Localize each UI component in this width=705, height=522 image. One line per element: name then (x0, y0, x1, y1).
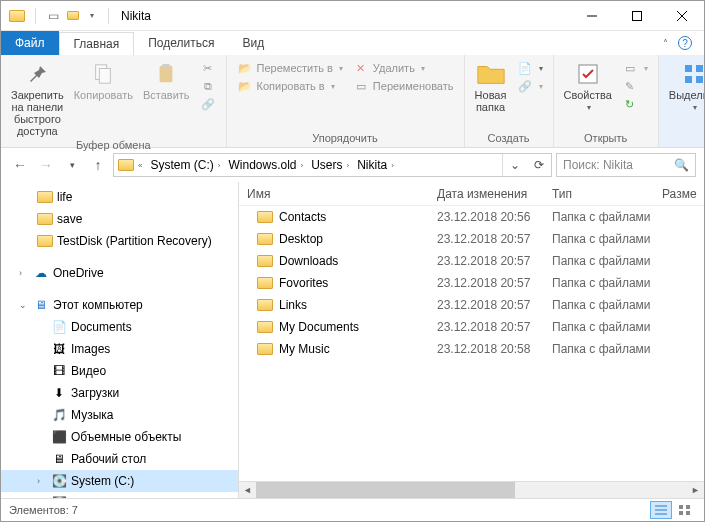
list-item[interactable]: Links23.12.2018 20:57Папка с файлами (239, 294, 704, 316)
tree-item[interactable]: save (1, 208, 238, 230)
select-button[interactable]: Выделить▾ (665, 59, 705, 114)
new-folder-icon[interactable] (66, 9, 80, 23)
list-item[interactable]: Downloads23.12.2018 20:57Папка с файлами (239, 250, 704, 272)
breadcrumb-segment[interactable]: Nikita› (353, 158, 398, 172)
ribbon-group-open: Свойства▾ ▭▾ ✎ ↻ Открыть (554, 55, 659, 147)
back-button[interactable]: ← (9, 154, 31, 176)
history-button[interactable]: ↻ (618, 95, 652, 113)
navigation-tree[interactable]: life save TestDisk (Partition Recovery) … (1, 182, 239, 498)
column-type[interactable]: Тип (544, 187, 654, 201)
tree-item[interactable]: 🎵Музыка (1, 404, 238, 426)
svg-rect-7 (163, 64, 170, 68)
3d-icon: ⬛ (51, 429, 67, 445)
tab-view[interactable]: Вид (228, 31, 278, 55)
edit-button[interactable]: ✎ (618, 77, 652, 95)
tree-item[interactable]: life (1, 186, 238, 208)
tab-home[interactable]: Главная (59, 32, 135, 56)
svg-rect-18 (679, 511, 683, 515)
scroll-right-icon[interactable]: ► (687, 485, 704, 495)
address-dropdown-icon[interactable]: ⌄ (503, 154, 527, 176)
properties-button[interactable]: Свойства▾ (560, 59, 616, 114)
icons-view-button[interactable] (674, 501, 696, 519)
file-date: 23.12.2018 20:58 (429, 342, 544, 356)
column-size[interactable]: Разме (654, 187, 704, 201)
list-item[interactable]: Desktop23.12.2018 20:57Папка с файлами (239, 228, 704, 250)
file-list-body[interactable]: Contacts23.12.2018 20:56Папка с файламиD… (239, 206, 704, 481)
cut-button[interactable]: ✂ (196, 59, 220, 77)
new-item-button[interactable]: 📄▾ (513, 59, 547, 77)
tree-item[interactable]: ⬛Объемные объекты (1, 426, 238, 448)
breadcrumb-segment[interactable]: System (C:)› (146, 158, 224, 172)
copy-to-icon: 📂 (237, 78, 253, 94)
column-name[interactable]: Имя (239, 187, 429, 201)
up-button[interactable]: ↑ (87, 154, 109, 176)
expand-icon[interactable]: › (37, 476, 47, 486)
copy-button[interactable]: Копировать (70, 59, 137, 103)
tree-item-thispc[interactable]: ⌄🖥Этот компьютер (1, 294, 238, 316)
collapse-ribbon-icon[interactable]: ˄ (663, 38, 668, 49)
column-date[interactable]: Дата изменения (429, 187, 544, 201)
tree-item-onedrive[interactable]: ›☁OneDrive (1, 262, 238, 284)
file-type: Папка с файлами (544, 342, 654, 356)
tree-item[interactable]: 🎞Видео (1, 360, 238, 382)
qat-dropdown-icon[interactable]: ▾ (86, 11, 98, 20)
rename-icon: ▭ (353, 78, 369, 94)
paste-button[interactable]: Вставить (139, 59, 194, 103)
expand-icon[interactable]: › (19, 268, 29, 278)
rename-button[interactable]: ▭Переименовать (349, 77, 458, 95)
delete-button[interactable]: ✕Удалить▾ (349, 59, 458, 77)
svg-rect-10 (696, 65, 703, 72)
pin-button[interactable]: Закрепить на панели быстрого доступа (7, 59, 68, 139)
open-icon: ▭ (622, 60, 638, 76)
close-button[interactable] (659, 1, 704, 30)
folder-icon (257, 277, 273, 289)
tree-item[interactable]: ⬇Загрузки (1, 382, 238, 404)
properties-icon[interactable]: ▭ (46, 9, 60, 23)
folder-icon (257, 211, 273, 223)
help-icon[interactable]: ? (678, 36, 692, 50)
open-button[interactable]: ▭▾ (618, 59, 652, 77)
collapse-icon[interactable]: ⌄ (19, 300, 29, 310)
minimize-button[interactable] (569, 1, 614, 30)
svg-rect-16 (679, 505, 683, 509)
easy-access-icon: 🔗 (517, 78, 533, 94)
address-bar[interactable]: « System (C:)› Windows.old› Users› Nikit… (113, 153, 552, 177)
file-type: Папка с файлами (544, 276, 654, 290)
horizontal-scrollbar[interactable]: ◄ ► (239, 481, 704, 498)
details-view-button[interactable] (650, 501, 672, 519)
copy-to-button[interactable]: 📂Копировать в▾ (233, 77, 347, 95)
refresh-icon[interactable]: ⟳ (527, 154, 551, 176)
breadcrumb-root[interactable]: « (114, 159, 146, 171)
tree-item[interactable]: ›💽System (C:) (1, 470, 238, 492)
recent-dropdown[interactable]: ▾ (61, 154, 83, 176)
scroll-thumb[interactable] (256, 482, 515, 499)
breadcrumb-segment[interactable]: Windows.old› (224, 158, 307, 172)
list-item[interactable]: Contacts23.12.2018 20:56Папка с файлами (239, 206, 704, 228)
move-to-button[interactable]: 📂Переместить в▾ (233, 59, 347, 77)
breadcrumb-segment[interactable]: Users› (307, 158, 353, 172)
svg-rect-17 (686, 505, 690, 509)
list-item[interactable]: My Music23.12.2018 20:58Папка с файлами (239, 338, 704, 360)
file-date: 23.12.2018 20:57 (429, 232, 544, 246)
tab-share[interactable]: Поделиться (134, 31, 228, 55)
tree-item[interactable]: TestDisk (Partition Recovery) (1, 230, 238, 252)
list-item[interactable]: Fovorites23.12.2018 20:57Папка с файлами (239, 272, 704, 294)
window-buttons (569, 1, 704, 30)
tree-item[interactable]: 🖼Images (1, 338, 238, 360)
paste-shortcut-button[interactable]: 🔗 (196, 95, 220, 113)
search-input[interactable]: Поиск: Nikita 🔍 (556, 153, 696, 177)
folder-icon (257, 255, 273, 267)
copy-path-button[interactable]: ⧉ (196, 77, 220, 95)
file-date: 23.12.2018 20:57 (429, 320, 544, 334)
tree-item[interactable]: 🖥Рабочий стол (1, 448, 238, 470)
maximize-button[interactable] (614, 1, 659, 30)
tree-item[interactable]: 📄Documents (1, 316, 238, 338)
forward-button[interactable]: → (35, 154, 57, 176)
scroll-left-icon[interactable]: ◄ (239, 485, 256, 495)
tab-file[interactable]: Файл (1, 31, 59, 55)
svg-rect-9 (685, 65, 692, 72)
easy-access-button[interactable]: 🔗▾ (513, 77, 547, 95)
new-folder-button[interactable]: Новая папка (471, 59, 511, 115)
ribbon-group-new: Новая папка 📄▾ 🔗▾ Создать (465, 55, 554, 147)
list-item[interactable]: My Documents23.12.2018 20:57Папка с файл… (239, 316, 704, 338)
